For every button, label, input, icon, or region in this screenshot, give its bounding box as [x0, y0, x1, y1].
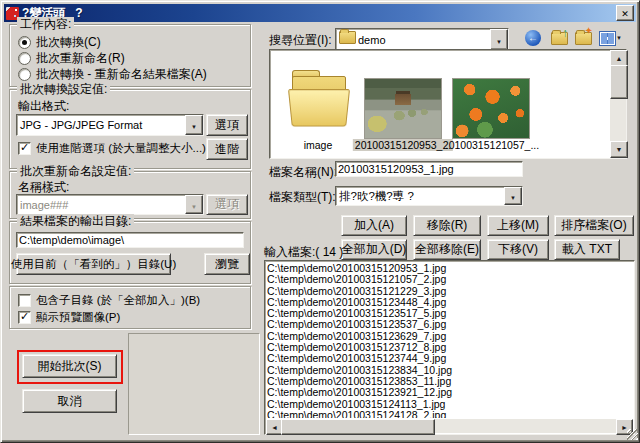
button-label: 全部移除(E) [415, 241, 479, 258]
button-label: 加入(A) [354, 217, 394, 234]
start-batch-button[interactable]: 開始批次(S) [22, 354, 117, 378]
look-in-value: demo [355, 34, 490, 46]
browser-item-image-1[interactable]: 20100315120953_... [360, 56, 446, 152]
button-label: 下移(V) [498, 241, 538, 258]
scroll-down-button[interactable] [610, 141, 628, 158]
button-label: 瀏覽 [215, 256, 239, 273]
output-format-label: 輸出格式: [18, 98, 69, 115]
show-preview-checkbox[interactable]: 顯示預覽圖像(P) [18, 310, 120, 324]
button-label: 載入 TXT [562, 241, 612, 258]
include-subfolders-checkbox[interactable]: 包含子目錄 (於「全部加入」)(B) [18, 293, 200, 307]
button-label: 全部加入(D) [342, 241, 407, 258]
format-options-button[interactable]: 選項 [206, 114, 248, 136]
look-in-label: 搜尋位置(I): [269, 32, 332, 49]
browser-vscrollbar[interactable] [610, 50, 626, 158]
remove-all-button[interactable]: 全部移除(E) [413, 239, 481, 260]
radio-convert-rename-result[interactable]: 批次轉換 - 重新命名結果檔案(A) [18, 67, 207, 81]
task-group-title: 工作內容: [17, 17, 74, 31]
radio-label: 批次重新命名(R) [36, 50, 125, 67]
preview-panel [128, 333, 260, 435]
sort-files-button[interactable]: 排序檔案(O) [554, 215, 634, 236]
arrow-down-icon [496, 33, 502, 47]
checkbox-label: 包含子目錄 (於「全部加入」)(B) [36, 293, 200, 308]
titlebar[interactable]: ?變活頭 ? [4, 4, 636, 22]
radio-batch-rename[interactable]: 批次重新命名(R) [18, 51, 125, 65]
radio-icon [18, 52, 31, 65]
input-files-label: 輸入檔案:( 14 ) [264, 244, 343, 261]
button-label: 上移(M) [497, 217, 539, 234]
file-list-item[interactable]: C:\temp\demo\20100315124128_2.jpg [267, 410, 632, 418]
chevron-down-icon[interactable] [185, 115, 203, 135]
output-format-select[interactable]: JPG - JPG/JPEG Format [16, 114, 204, 136]
file-type-select[interactable]: 排?欥?機?尃 ? [335, 186, 523, 206]
convert-settings-group: 批次轉換設定值: 輸出格式: JPG - JPG/JPEG Format 選項 … [9, 89, 251, 169]
radio-label: 批次轉換(C) [36, 34, 101, 51]
arrow-down-icon [191, 118, 197, 132]
rename-settings-title: 批次重新命名設定值: [17, 164, 134, 178]
cancel-button[interactable]: 取消 [22, 389, 117, 413]
look-in-select[interactable]: demo [335, 28, 509, 51]
close-button[interactable] [616, 5, 634, 21]
file-list-item[interactable]: C:\temp\demo\20100315121057_2.jpg [267, 274, 632, 285]
move-down-button[interactable]: 下移(V) [487, 239, 549, 260]
browser-item-label: image [302, 139, 335, 151]
radio-batch-convert[interactable]: 批次轉換(C) [18, 35, 101, 49]
file-rows: C:\temp\demo\20100315120953_1.jpgC:\temp… [267, 263, 632, 418]
back-button[interactable] [524, 29, 542, 47]
new-folder-button[interactable] [574, 29, 592, 47]
checkbox-icon [18, 142, 31, 155]
task-group: 工作內容: 批次轉換(C) 批次重新命名(R) 批次轉換 - 重新命名結果檔案(… [9, 24, 251, 87]
cactus-photo-thumbnail [364, 78, 442, 139]
up-one-level-button[interactable] [550, 29, 568, 47]
browser-item-label: 20100315120953_... [353, 139, 453, 151]
browser-item-image-2[interactable]: 20100315121057_... [448, 56, 534, 152]
file-list-item[interactable]: C:\temp\demo\20100315123744_9.jpg [267, 353, 632, 364]
advanced-button[interactable]: 進階 [206, 138, 248, 160]
name-pattern-value: image### [17, 199, 185, 211]
button-label: 移除(R) [427, 217, 468, 234]
chevron-down-icon[interactable] [504, 187, 522, 205]
flowers-photo-thumbnail [452, 78, 530, 139]
input-files-list[interactable]: C:\temp\demo\20100315120953_1.jpgC:\temp… [264, 260, 635, 435]
checkbox-icon [18, 311, 31, 324]
batch-convert-dialog: ?變活頭 ? 工作內容: 批次轉換(C) 批次重新命名(R) 批次轉換 - 重新… [0, 0, 640, 443]
arrow-down-icon [510, 189, 516, 203]
remove-button[interactable]: 移除(R) [413, 215, 481, 236]
view-menu-button[interactable] [598, 29, 624, 47]
back-icon [525, 30, 541, 46]
output-path-input[interactable] [16, 232, 244, 248]
button-label: 使用目前（「看到的」）目錄(U) [11, 257, 176, 272]
browser-item-label: 20100315121057_... [441, 139, 541, 151]
browser-item-folder[interactable]: image [280, 56, 356, 152]
resize-grip[interactable] [627, 429, 638, 440]
chevron-down-icon[interactable] [490, 29, 508, 50]
pattern-options-button: 選項 [206, 194, 248, 215]
file-name-input[interactable] [335, 161, 523, 177]
move-up-button[interactable]: 上移(M) [487, 215, 549, 236]
button-label: 排序檔案(O) [561, 217, 626, 234]
file-list-item[interactable]: C:\temp\demo\20100315123921_12.jpg [267, 387, 632, 398]
button-label: 選項 [215, 196, 239, 213]
use-current-dir-button[interactable]: 使用目前（「看到的」）目錄(U) [16, 253, 171, 275]
add-button[interactable]: 加入(A) [341, 215, 407, 236]
rename-settings-group: 批次重新命名設定值: 名稱樣式: image### 選項 [9, 171, 251, 219]
file-browser[interactable]: image 20100315120953_... 20100315121057_… [269, 49, 627, 159]
add-all-button[interactable]: 全部加入(D) [341, 239, 407, 260]
button-label: 選項 [215, 117, 239, 134]
close-icon [621, 6, 629, 20]
name-pattern-select: image### [16, 194, 204, 215]
use-advanced-checkbox[interactable]: 使用進階選項 (於大量調整大小...) [18, 141, 206, 155]
radio-label: 批次轉換 - 重新命名結果檔案(A) [36, 66, 207, 83]
checkbox-icon [18, 294, 31, 307]
output-format-value: JPG - JPG/JPEG Format [17, 119, 185, 131]
vscrollbar-thumb[interactable] [610, 65, 628, 99]
button-label: 取消 [58, 393, 82, 410]
filelist-hscrollbar[interactable] [266, 419, 633, 433]
folder-icon [338, 33, 355, 46]
convert-settings-title: 批次轉換設定值: [17, 82, 110, 96]
browse-button[interactable]: 瀏覽 [204, 253, 250, 275]
hscrollbar-thumb[interactable] [281, 419, 435, 435]
flags-group: 包含子目錄 (於「全部加入」)(B) 顯示預覽圖像(P) [9, 286, 251, 329]
load-txt-button[interactable]: 載入 TXT [554, 239, 620, 260]
arrow-down-icon [191, 198, 197, 212]
